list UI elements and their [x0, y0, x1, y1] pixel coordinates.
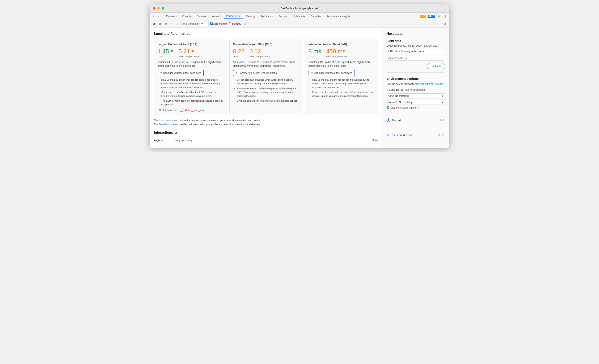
lcp-bullet-2: Screen size can influence what the LCP e…	[161, 90, 223, 98]
help-icon[interactable]: ?	[417, 106, 420, 109]
lcp-local-value: 1.45 s	[158, 48, 174, 55]
screenshots-checkbox[interactable]	[210, 22, 213, 25]
section-title: Local and field metrics	[154, 32, 378, 36]
fullscreen-button[interactable]	[162, 7, 164, 10]
record-reload-shortcut: ⌘ ⇧ E	[437, 133, 445, 136]
network-dropdown[interactable]: Network: No throttling ▾	[387, 100, 445, 105]
simulate-devices-link[interactable]: simulate different devices	[415, 82, 443, 85]
cls-values: 0.22 Local 0.12 Field 75th percentile	[233, 48, 299, 58]
disable-cache-label: Disable network cache	[391, 106, 416, 109]
tab-elements[interactable]: Elements	[164, 14, 179, 19]
download-icon[interactable]: ↓	[176, 22, 180, 26]
tab-performance[interactable]: Performance	[224, 14, 243, 19]
inp-consider-box[interactable]: Consider your local test conditions	[308, 70, 355, 76]
cpu-chevron-icon: ▾	[442, 94, 443, 98]
url-chevron-icon: ▾	[423, 50, 424, 53]
tab-console[interactable]: Console	[180, 14, 194, 19]
field-data-block: Field data Collection period: Aug 19, 20…	[387, 39, 445, 69]
memory-settings-icon[interactable]: ⊞	[243, 22, 247, 26]
inp-bullet-2: How a user interacts with the page influ…	[312, 90, 374, 98]
recordings-dropdown[interactable]: (no recordings) ▼	[181, 22, 209, 26]
window-title: DevTools - fonts.google.com/	[280, 7, 318, 10]
cls-bullets: Screen size can influence what layout sh…	[233, 78, 299, 103]
env-desc: Use the device toolbar to simulate diffe…	[387, 82, 445, 86]
settings-icon[interactable]: ⚙	[437, 14, 441, 19]
lcp-desc: Your local LCP value of 1.45 s is good, …	[158, 60, 223, 68]
local-metrics-link[interactable]: local metrics	[159, 119, 173, 122]
minimize-button[interactable]	[157, 7, 160, 10]
memory-label: Memory	[232, 22, 241, 25]
lcp-bullets: Real users may experience longer page lo…	[158, 78, 223, 107]
lcp-consider-box[interactable]: Consider your local test conditions	[158, 70, 204, 76]
inp-bullet-1: Real users may experience longer interac…	[312, 78, 374, 89]
inp-field-value: 450 ms	[326, 48, 347, 55]
more-icon[interactable]: ⋮	[443, 14, 448, 19]
consider-real-env[interactable]: Consider real user environments	[387, 88, 445, 91]
inp-local-value: 8 ms	[308, 48, 321, 55]
collection-period: Collection period: Aug 19, 2024 - Sep 15…	[387, 44, 445, 47]
field-data-title: Field data	[387, 39, 445, 43]
tab-security[interactable]: Security	[276, 14, 290, 19]
footer-note: The local metrics are captured from the …	[154, 119, 378, 127]
reload-icon: ↺	[387, 133, 389, 137]
lcp-values: 1.45 s Local 5.21 s Field 75th percentil…	[158, 48, 223, 58]
tab-sources[interactable]: Sources	[194, 14, 209, 19]
cls-local-value: 0.22	[233, 48, 245, 55]
configure-button[interactable]: Configure	[427, 63, 445, 69]
lcp-bullet-1: Real users may experience longer page lo…	[161, 78, 223, 89]
lcp-local-label: Local	[158, 55, 174, 58]
clear-icon[interactable]: ⊘	[164, 22, 168, 26]
network-label: Network: No throttling	[388, 101, 413, 104]
record-dot	[388, 119, 389, 121]
toolbar-settings-icon[interactable]: ⚙	[443, 22, 447, 26]
close-button[interactable]	[153, 7, 156, 10]
device-chevron-icon: ▾	[406, 57, 407, 60]
lcp-element: LCP Element div.tile__text.tile__inria_s…	[158, 109, 223, 112]
toolbar-right: ⚙	[443, 22, 447, 26]
warning-badge: ⚠ 1	[420, 15, 426, 18]
divider-1	[387, 72, 445, 73]
cls-consider-box[interactable]: Consider your local test conditions	[233, 70, 279, 76]
memory-checkbox[interactable]	[229, 22, 231, 25]
record-icon[interactable]: ⏺	[152, 22, 157, 26]
lcp-element-link[interactable]: div.tile__text.tile__inria_san	[173, 109, 204, 112]
inp-title: Interaction to Next Paint (INP)	[308, 43, 374, 46]
tab-network[interactable]: Network	[209, 14, 223, 19]
cls-local-label: Local	[233, 55, 245, 58]
cls-bullet-2: How a user interacts with the page can i…	[237, 87, 299, 98]
tab-performance-insights[interactable]: Performance insights	[324, 14, 353, 19]
record-shortcut: ⌘ E	[440, 119, 445, 122]
disable-cache-checkbox[interactable]	[387, 107, 389, 109]
record-row: Record ⌘ E	[387, 116, 445, 124]
memory-checkbox-group: Memory	[229, 22, 241, 25]
lcp-bullet-3: The LCP element can vary between page lo…	[161, 99, 223, 107]
url-dropdown[interactable]: URL: https://fonts.google.com/ ▾	[387, 49, 445, 54]
record-circle-icon	[387, 118, 390, 122]
record-reload-button[interactable]: ↺ Record and reload	[387, 133, 413, 137]
cls-field-label: Field 75th percentile	[250, 55, 270, 58]
upload-icon[interactable]: ↑	[170, 22, 174, 26]
cpu-dropdown[interactable]: CPU: No throttling ▾	[387, 93, 445, 98]
lcp-card: Largest Contentful Paint (LCP) 1.45 s Lo…	[154, 39, 227, 115]
tab-lighthouse[interactable]: Lighthouse	[291, 14, 308, 19]
chevron-down-icon: ▼	[201, 22, 203, 25]
refresh-icon[interactable]: ↺	[158, 22, 162, 26]
tab-recorder[interactable]: Recorder	[308, 14, 323, 19]
device-dropdown[interactable]: Device: Mobile ▾	[387, 56, 445, 61]
device-label: Device: Mobile	[388, 57, 405, 60]
main-content: Local and field metrics Largest Contentf…	[150, 28, 449, 148]
env-settings-block: Environment settings Use the device tool…	[387, 77, 445, 109]
tab-application[interactable]: Application	[258, 14, 276, 19]
cursor-icon[interactable]: ⌖	[151, 14, 156, 19]
lcp-field-group: 5.21 s Field 75th percentile	[179, 48, 199, 58]
cls-bullet-3: Dynamic content can influence what layou…	[237, 99, 299, 103]
env-settings-title: Environment settings	[387, 77, 445, 80]
next-steps-title: Next steps	[387, 32, 445, 36]
lcp-field-label: Field 75th percentile	[179, 55, 199, 58]
tab-memory[interactable]: Memory	[243, 14, 257, 19]
inspect-icon[interactable]: ◻	[157, 14, 162, 19]
field-data-link[interactable]: field data	[159, 123, 169, 126]
network-chevron-icon: ▾	[442, 101, 443, 104]
record-button[interactable]: Record	[387, 118, 401, 122]
metric-cards: Largest Contentful Paint (LCP) 1.45 s Lo…	[154, 39, 378, 115]
